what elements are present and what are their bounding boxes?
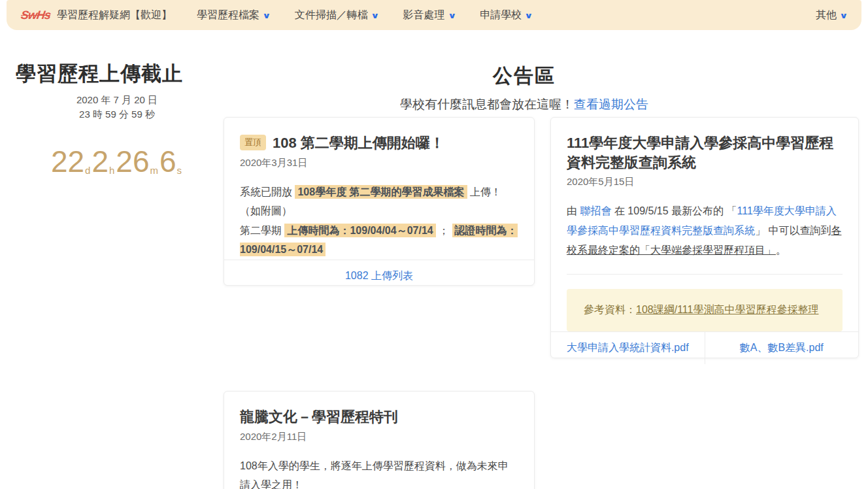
body-text: 由 — [567, 205, 580, 216]
announcements-subtitle: 學校有什麼訊息都會放在這喔！ — [400, 97, 574, 111]
view-past-announcements-link[interactable]: 查看過期公告 — [574, 97, 648, 111]
countdown-days: 22 — [51, 146, 84, 177]
countdown-minutes-unit: m — [150, 165, 160, 177]
announcement-card-lungteng: 龍騰文化－學習歷程特刊 2020年2月11日 108年入學的學生，將逐年上傳學習… — [224, 391, 535, 489]
countdown-hours-unit: h — [108, 165, 116, 177]
announcement-card-111-query-system: 111學年度大學申請入學參採高中學習歷程資料完整版查詢系統 2020年5月15日… — [550, 117, 859, 358]
brand-title[interactable]: 學習歷程解疑網【歡迎】 — [57, 8, 172, 22]
site-logo[interactable]: SwHs — [20, 8, 52, 22]
nav-item-others[interactable]: 其他 ∨ — [816, 8, 847, 22]
body-text: 」 中可以查詢到 — [755, 225, 831, 236]
reference-link[interactable]: 108課綱/111學測高中學習歷程參採整理 — [636, 304, 818, 315]
jbcrc-link[interactable]: 聯招會 — [580, 205, 611, 216]
nav-item-label: 影音處理 — [403, 8, 445, 22]
deadline-time: 23 時 59 分 59 秒 — [16, 107, 218, 122]
countdown-seconds: 6 — [159, 146, 176, 177]
body-text: 108年入學的學生，將逐年上傳學習歷程資料，做為未來申請入學之用！ — [240, 460, 509, 489]
highlighted-text: 上傳時間為：109/04/04～07/14 — [284, 224, 435, 237]
countdown-seconds-unit: s — [176, 165, 184, 177]
deadline-title: 學習歷程上傳截止 — [16, 60, 218, 88]
card-body-text: 108年入學的學生，將逐年上傳學習歷程資料，做為未來申請入學之用！ — [240, 456, 518, 489]
top-navbar: SwHs 學習歷程解疑網【歡迎】 學習歷程檔案 ∨ 文件掃描／轉檔 ∨ 影音處理… — [7, 0, 861, 30]
reference-box: 參考資料：108課綱/111學測高中學習歷程參採整理 — [567, 289, 843, 331]
announcements-header: 公告區 學校有什麼訊息都會放在這喔！查看過期公告 — [224, 63, 825, 113]
card-title: 龍騰文化－學習歷程特刊 — [240, 407, 518, 427]
announcement-card-1082-upload: 置頂108 第二學期上傳開始囉！ 2020年3月31日 系統已開放 108學年度… — [224, 117, 535, 286]
card-date: 2020年2月11日 — [240, 431, 518, 443]
countdown-minutes: 26 — [116, 146, 149, 177]
highlighted-text: 108學年度 第二學期的學習成果檔案 — [295, 185, 467, 199]
attachment-pdf-link[interactable]: 大學申請入學統計資料.pdf — [567, 342, 689, 353]
deadline-date: 2020 年 7 月 20 日 — [16, 93, 218, 107]
body-text: 系統已開放 — [240, 186, 295, 197]
upload-deadline-panel: 學習歷程上傳截止 2020 年 7 月 20 日 23 時 59 分 59 秒 … — [16, 60, 218, 177]
card-date: 2020年5月15日 — [567, 176, 843, 188]
countdown-timer: 22 d 2 h 26 m 6 s — [16, 146, 218, 177]
upload-list-link[interactable]: 1082 上傳列表 — [345, 270, 413, 281]
chevron-down-icon: ∨ — [525, 11, 533, 20]
nav-item-doc-scan[interactable]: 文件掃描／轉檔 ∨ — [295, 8, 378, 22]
nav-item-label: 其他 — [816, 8, 837, 22]
card-body-text: 由 聯招會 在 109/5/15 最新公布的 「111學年度大學申請入學參採高中… — [567, 201, 843, 260]
reference-label: 參考資料： — [584, 304, 636, 315]
nav-item-apply-school[interactable]: 申請學校 ∨ — [480, 8, 532, 22]
nav-item-media[interactable]: 影音處理 ∨ — [403, 8, 456, 22]
nav-item-label: 申請學校 — [480, 8, 522, 22]
nav-item-portfolio-files[interactable]: 學習歷程檔案 ∨ — [197, 8, 270, 22]
pinned-badge: 置頂 — [240, 135, 266, 150]
nav-item-label: 學習歷程檔案 — [197, 8, 259, 22]
card-title: 111學年度大學申請入學參採高中學習歷程資料完整版查詢系統 — [567, 133, 843, 172]
body-text: 。 — [776, 244, 786, 256]
divider — [567, 274, 843, 275]
countdown-hours: 2 — [92, 146, 108, 177]
countdown-days-unit: d — [84, 165, 92, 177]
card-title: 108 第二學期上傳開始囉！ — [273, 135, 444, 151]
chevron-down-icon: ∨ — [262, 11, 271, 20]
chevron-down-icon: ∨ — [371, 11, 379, 20]
card-body-text: 系統已開放 108學年度 第二學期的學習成果檔案 上傳！（如附圖） 第二學期 上… — [240, 182, 518, 260]
card-date: 2020年3月31日 — [240, 157, 518, 169]
body-text: 在 109/5/15 最新公布的 「 — [611, 205, 737, 216]
body-text: 第二學期 — [240, 225, 284, 236]
chevron-down-icon: ∨ — [448, 11, 456, 20]
attachment-pdf-link[interactable]: 數A、數B差異.pdf — [740, 342, 824, 353]
nav-item-label: 文件掃描／轉檔 — [295, 8, 368, 22]
announcements-title: 公告區 — [224, 63, 825, 90]
chevron-down-icon: ∨ — [840, 11, 848, 20]
body-text: ； — [436, 225, 452, 236]
